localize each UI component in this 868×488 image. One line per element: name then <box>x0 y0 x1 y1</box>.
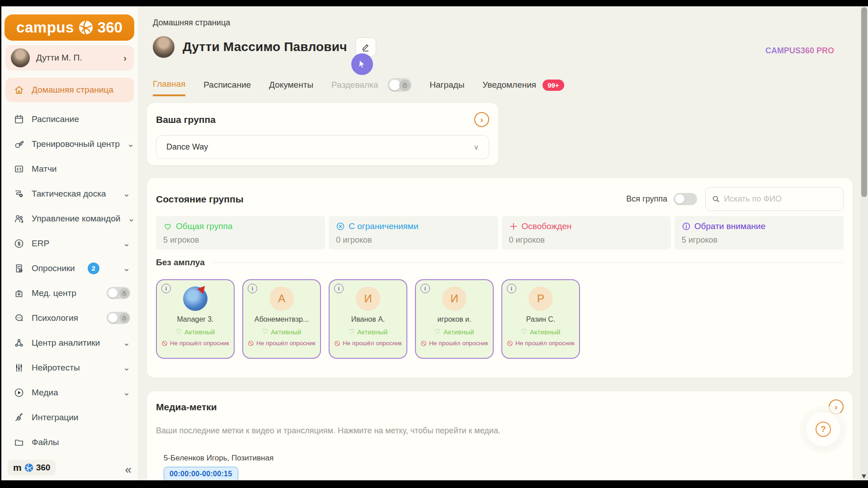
sidebar-item-surveys[interactable]: Опросники 2 ⌄ <box>5 256 134 281</box>
help-button[interactable]: ? <box>806 412 840 446</box>
globe-icon <box>78 19 94 36</box>
media-timecode-chip[interactable]: 00:00:00-00:00:15 <box>164 467 238 481</box>
info-icon[interactable]: i <box>507 284 516 293</box>
tab-notifications[interactable]: Уведомления 99+ <box>482 80 564 96</box>
psychology-toggle[interactable] <box>107 312 130 324</box>
search-input[interactable] <box>724 194 837 204</box>
player-card[interactable]: i Р Разин С. ♡Активный Не прошёл опросни… <box>501 279 580 359</box>
media-icon <box>14 387 24 398</box>
sidebar-item-training-center[interactable]: Тренировочный центр ⌄ <box>5 131 134 156</box>
info-icon[interactable]: i <box>334 284 344 293</box>
chevron-down-icon: ⌄ <box>123 263 130 273</box>
sidebar-item-media[interactable]: Медиа ⌄ <box>5 380 134 405</box>
tab-main[interactable]: Главная <box>153 79 185 96</box>
medkit-icon <box>14 288 24 299</box>
sidebar-item-schedule[interactable]: Расписание <box>5 107 134 131</box>
sidebar-item-matches[interactable]: Матчи <box>5 156 134 181</box>
edit-name-button[interactable] <box>355 38 376 56</box>
sidebar-item-psychology[interactable]: Психология <box>5 305 134 330</box>
all-group-label: Вся группа <box>626 194 667 204</box>
tab-awards[interactable]: Награды <box>429 80 464 95</box>
med-center-toggle[interactable] <box>107 287 130 299</box>
sidebar-item-integrations[interactable]: Интеграции <box>5 405 134 430</box>
group-select[interactable]: Dance Way ∨ <box>156 135 489 159</box>
toggle-knob <box>389 80 400 90</box>
restricted-icon <box>336 222 345 231</box>
sidebar-item-neurotests[interactable]: Нейротесты ⌄ <box>5 355 134 380</box>
analytics-icon <box>14 338 24 348</box>
sidebar-item-analytics-center[interactable]: Центр аналитики ⌄ <box>5 330 134 355</box>
player-avatar: И <box>442 286 467 311</box>
player-card[interactable]: i Manager 3. ♡Активный Не прошёл опросни… <box>156 279 235 359</box>
heart-icon: ♡ <box>435 328 441 336</box>
status-count: 0 игроков <box>509 235 664 245</box>
dollar-icon: $ <box>14 238 24 249</box>
logo-text-360: 360 <box>98 19 123 36</box>
group-state-card: Состояние группы Вся группа Общая группа… <box>147 178 853 378</box>
info-icon[interactable]: i <box>420 284 430 293</box>
sidebar-item-files[interactable]: Файлы <box>5 430 134 455</box>
chevron-down-icon: ⌄ <box>127 213 135 224</box>
user-name: Дутти М. П. <box>36 53 117 63</box>
info-icon[interactable]: i <box>248 284 257 293</box>
prohibited-icon <box>248 340 254 347</box>
status-tile-released: Освобожден 0 игроков <box>502 216 671 249</box>
group-nav-button[interactable]: › <box>474 112 489 127</box>
sidebar-item-tactic-board[interactable]: Тактическая доска ⌄ <box>5 181 134 206</box>
globe-icon <box>24 463 34 473</box>
scoreboard-icon <box>14 164 24 174</box>
question-icon: ? <box>816 422 831 437</box>
player-card[interactable]: i А Абонементвзр... ♡Активный Не прошёл … <box>242 279 321 359</box>
sidebar-collapse-button[interactable]: « <box>125 463 132 477</box>
sidebar-user[interactable]: Дутти М. П. › <box>5 45 134 70</box>
logo-text-campus: campus <box>16 19 74 36</box>
no-role-section: Без амплуа <box>156 258 844 267</box>
toggle-knob <box>108 288 118 298</box>
scrollbar-thumb[interactable] <box>861 7 867 197</box>
user-avatar <box>11 48 30 67</box>
info-icon[interactable]: i <box>161 284 171 293</box>
breadcrumb: Домашняя страница <box>153 18 230 28</box>
letterbox-top <box>0 0 868 6</box>
notifications-badge: 99+ <box>542 80 564 91</box>
scrollbar-down-arrow[interactable] <box>862 474 866 479</box>
chevron-down-icon: ⌄ <box>127 139 134 149</box>
sidebar-item-erp[interactable]: $ ERP ⌄ <box>5 231 134 256</box>
locker-room-toggle[interactable] <box>388 78 411 92</box>
info-icon <box>682 222 691 231</box>
heart-icon: ♡ <box>262 328 268 336</box>
status-tile-attention: Обрати внимание 5 игроков <box>675 216 844 249</box>
tab-schedule[interactable]: Расписание <box>203 80 251 95</box>
group-state-title: Состояние группы <box>156 194 244 205</box>
all-group-toggle[interactable] <box>674 193 697 205</box>
search-icon <box>712 195 720 203</box>
player-avatar: А <box>269 286 294 311</box>
letterbox-bottom <box>0 480 868 488</box>
sidebar-item-home[interactable]: Домашняя страница <box>5 78 134 102</box>
page-title: Дутти Массимо Павлович <box>183 40 347 54</box>
santa-hat <box>197 283 208 294</box>
heart-icon: ♡ <box>521 328 527 336</box>
app-logo[interactable]: campus 360 <box>5 14 134 41</box>
home-icon <box>14 84 24 95</box>
media-nav-button[interactable]: › <box>829 399 844 414</box>
team-icon <box>14 213 24 224</box>
player-cards: i Manager 3. ♡Активный Не прошёл опросни… <box>156 279 580 359</box>
chevron-down-icon: ∨ <box>474 143 479 151</box>
player-card[interactable]: i И Иванов А. ♡Активный Не прошёл опросн… <box>329 279 407 359</box>
tab-locker-room[interactable]: Раздевалка <box>331 78 411 97</box>
media-tag-entry-label: 5-Беленков Игорь, Позитивная <box>164 454 844 463</box>
tab-documents[interactable]: Документы <box>269 80 313 95</box>
sidebar-item-med-center[interactable]: Мед. центр <box>5 281 134 305</box>
svg-text:$: $ <box>18 241 20 246</box>
chevron-right-icon: › <box>123 53 127 63</box>
prohibited-icon <box>334 340 340 347</box>
heart-icon: ♡ <box>176 328 182 336</box>
player-card[interactable]: i И игроков и. ♡Активный Не прошёл опрос… <box>415 279 494 359</box>
your-group-title: Ваша группа <box>156 114 216 125</box>
sidebar-item-team-management[interactable]: Управление командой ⌄ <box>5 206 134 231</box>
surveys-count-badge: 2 <box>88 263 99 274</box>
page-scrollbar[interactable] <box>860 6 868 480</box>
tactics-icon <box>14 188 24 199</box>
status-tiles: Общая группа 5 игроков С ограничениями 0… <box>156 216 844 249</box>
